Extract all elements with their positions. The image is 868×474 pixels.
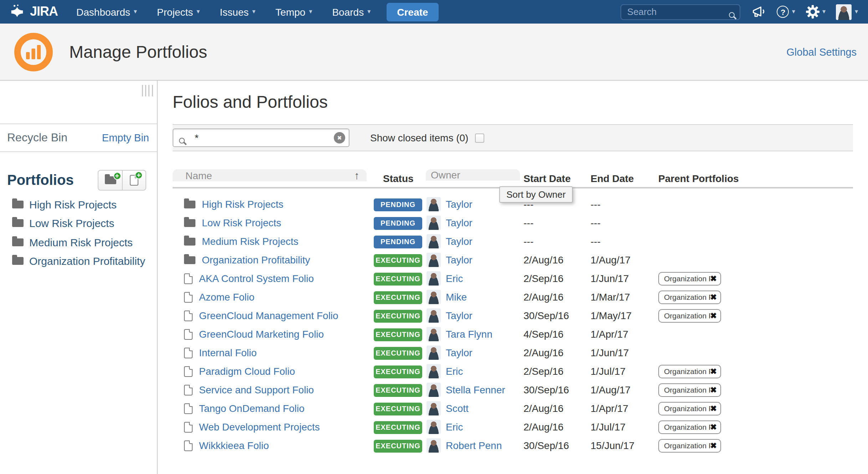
nav-item-dashboards[interactable]: Dashboards▾ [76, 6, 137, 17]
settings-menu[interactable]: ▾ [806, 5, 826, 19]
nav-item-projects[interactable]: Projects▾ [157, 6, 200, 17]
add-folder-button[interactable] [98, 170, 122, 190]
item-name-link[interactable]: AKA Control System Folio [199, 273, 314, 284]
nav-search-input[interactable] [621, 4, 741, 20]
item-name-link[interactable]: Wikkkieea Folio [199, 440, 269, 451]
jira-logo[interactable]: JIRA [9, 3, 58, 20]
remove-parent-icon[interactable]: ✖ [710, 405, 717, 413]
tree-item[interactable]: Low Risk Projects [12, 214, 151, 233]
announcement-button[interactable] [752, 5, 766, 19]
nav-menu: Dashboards▾ Projects▾ Issues▾ Tempo▾ Boa… [76, 6, 371, 17]
parent-portfolio-chip[interactable]: Organization P…✖ [658, 402, 721, 415]
empty-bin-link[interactable]: Empty Bin [102, 132, 149, 143]
parent-portfolio-chip[interactable]: Organization P…✖ [658, 383, 721, 397]
folio-search-input[interactable] [173, 128, 349, 147]
owner-link[interactable]: Stella Fenner [446, 384, 505, 395]
status-badge: EXECUTING [374, 328, 422, 341]
chevron-down-icon: ▾ [196, 9, 200, 15]
status-badge: EXECUTING [374, 421, 422, 434]
tree-item[interactable]: Organization Profitability [12, 252, 151, 271]
remove-parent-icon[interactable]: ✖ [710, 293, 717, 301]
owner-link[interactable]: Eric [446, 421, 463, 433]
add-folio-button[interactable] [122, 170, 145, 190]
parent-portfolio-chip[interactable]: Organization P…✖ [658, 439, 721, 453]
owner-link[interactable]: Tara Flynn [446, 328, 492, 340]
table-row: Internal Folio EXECUTING Taylor 2/Aug/16… [173, 343, 853, 362]
status-badge: EXECUTING [374, 347, 422, 360]
parent-portfolio-chip[interactable]: Organization P…✖ [658, 365, 721, 378]
remove-parent-icon[interactable]: ✖ [710, 275, 717, 283]
column-header-start-date[interactable]: Start Date [524, 169, 591, 187]
folder-icon [184, 219, 195, 227]
column-header-status[interactable]: Status [374, 169, 427, 187]
user-menu[interactable]: ▾ [836, 4, 858, 20]
create-button[interactable]: Create [386, 2, 439, 21]
tree-item-label[interactable]: Organization Profitability [29, 255, 145, 267]
remove-parent-icon[interactable]: ✖ [710, 386, 717, 394]
item-name-link[interactable]: Azome Folio [199, 291, 255, 303]
nav-item-boards[interactable]: Boards▾ [332, 6, 371, 17]
folio-icon [184, 403, 193, 414]
owner-link[interactable]: Eric [446, 365, 463, 377]
nav-item-tempo[interactable]: Tempo▾ [275, 6, 312, 17]
parent-portfolio-chip[interactable]: Organization P…✖ [658, 420, 721, 434]
sort-tooltip: Sort by Owner [499, 186, 573, 203]
help-menu[interactable]: ? ▾ [777, 6, 795, 18]
remove-parent-icon[interactable]: ✖ [710, 312, 717, 320]
column-header-end-date[interactable]: End Date [591, 169, 658, 187]
tree-item[interactable]: High Risk Projects [12, 195, 151, 214]
item-name-link[interactable]: Organization Profitability [202, 254, 310, 266]
owner-link[interactable]: Taylor [446, 310, 473, 321]
remove-parent-icon[interactable]: ✖ [710, 442, 717, 450]
clear-search-icon[interactable]: ✖ [334, 132, 345, 143]
item-name-link[interactable]: Paradigm Cloud Folio [199, 365, 295, 377]
parent-portfolio-label: Organization P… [664, 367, 710, 376]
column-header-owner[interactable]: Owner [426, 169, 520, 181]
add-folio-icon [130, 175, 138, 185]
remove-parent-icon[interactable]: ✖ [710, 368, 717, 375]
column-header-parent-portfolios[interactable]: Parent Portfolios [658, 169, 853, 187]
item-name-link[interactable]: Internal Folio [199, 347, 257, 358]
folder-icon [12, 257, 24, 265]
tree-item-label[interactable]: High Risk Projects [29, 198, 117, 211]
owner-avatar [427, 271, 441, 286]
owner-link[interactable]: Taylor [446, 236, 473, 247]
parent-portfolio-chip[interactable]: Organization P…✖ [658, 309, 721, 323]
owner-link[interactable]: Taylor [446, 347, 473, 358]
owner-link[interactable]: Scott [446, 403, 469, 414]
end-date: --- [591, 198, 658, 210]
page-title: Manage Portfolios [69, 42, 207, 62]
owner-link[interactable]: Mike [446, 291, 467, 303]
sidebar-resize-handle[interactable] [142, 85, 153, 96]
owner-link[interactable]: Eric [446, 273, 463, 284]
tree-item-label[interactable]: Medium Risk Projects [29, 236, 133, 248]
show-closed-checkbox[interactable] [475, 133, 484, 142]
global-settings-link[interactable]: Global Settings [786, 46, 857, 57]
owner-link[interactable]: Taylor [446, 198, 473, 210]
owner-link[interactable]: Taylor [446, 217, 473, 228]
owner-link[interactable]: Taylor [446, 254, 473, 266]
add-folder-icon [104, 176, 116, 184]
remove-parent-icon[interactable]: ✖ [710, 423, 717, 431]
parent-portfolio-label: Organization P… [664, 293, 710, 302]
tree-item-label[interactable]: Low Risk Projects [29, 217, 114, 230]
table-body: High Risk Projects PENDING Taylor --- --… [173, 195, 853, 455]
parent-portfolio-chip[interactable]: Organization P…✖ [658, 291, 721, 304]
item-name-link[interactable]: Medium Risk Projects [202, 236, 298, 247]
item-name-link[interactable]: Low Risk Projects [202, 217, 281, 228]
status-badge: EXECUTING [374, 254, 422, 267]
item-name-link[interactable]: GreenCloud Marketing Folio [199, 328, 324, 340]
nav-item-issues[interactable]: Issues▾ [220, 6, 255, 17]
parent-portfolio-label: Organization P… [664, 274, 710, 283]
item-name-link[interactable]: Web Development Projects [199, 421, 320, 433]
item-name-link[interactable]: High Risk Projects [202, 198, 284, 210]
item-name-link[interactable]: Service and Support Folio [199, 384, 314, 395]
table-row: Organization Profitability EXECUTING Tay… [173, 251, 853, 269]
folder-icon [184, 256, 195, 264]
item-name-link[interactable]: GreenCloud Management Folio [199, 310, 338, 321]
tree-item[interactable]: Medium Risk Projects [12, 233, 151, 252]
parent-portfolio-chip[interactable]: Organization P…✖ [658, 272, 721, 286]
item-name-link[interactable]: Tango OnDemand Folio [199, 403, 305, 414]
owner-link[interactable]: Robert Penn [446, 440, 502, 451]
column-header-name[interactable]: Name ↑ [173, 169, 367, 181]
